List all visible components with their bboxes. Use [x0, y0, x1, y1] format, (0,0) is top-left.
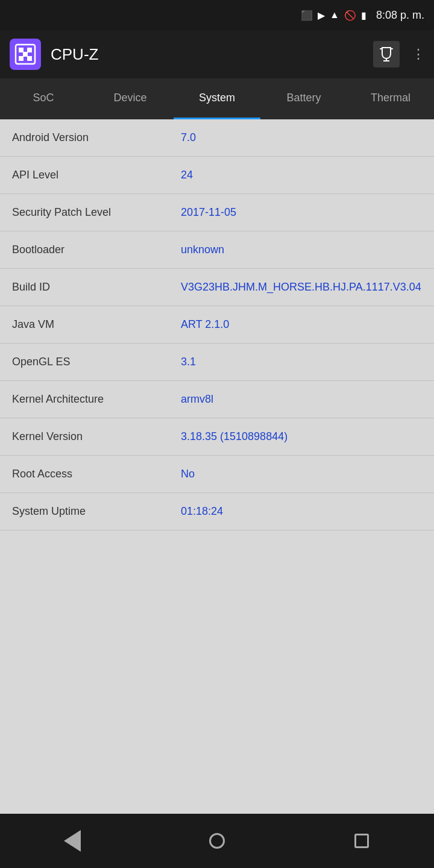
info-label: API Level — [12, 169, 181, 181]
trophy-button[interactable] — [373, 41, 400, 68]
app-logo — [10, 39, 41, 70]
info-label: OpenGL ES — [12, 356, 181, 368]
home-icon — [209, 833, 225, 849]
tab-thermal[interactable]: Thermal — [347, 78, 434, 119]
table-row: Android Version7.0 — [0, 119, 434, 157]
gallery-icon: ⬛ — [301, 10, 313, 21]
more-options-button[interactable]: ⋮ — [412, 46, 424, 62]
app-bar: CPU-Z ⋮ — [0, 30, 434, 78]
table-row: API Level24 — [0, 157, 434, 194]
tab-system[interactable]: System — [174, 78, 260, 119]
table-row: Root AccessNo — [0, 456, 434, 493]
table-row: Bootloaderunknown — [0, 231, 434, 269]
info-label: Android Version — [12, 131, 181, 144]
app-title: CPU-Z — [51, 45, 373, 64]
table-row: OpenGL ES3.1 — [0, 344, 434, 381]
info-label: Kernel Architecture — [12, 393, 181, 406]
back-icon — [64, 830, 81, 852]
info-label: Kernel Version — [12, 430, 181, 443]
info-label: Build ID — [12, 281, 181, 294]
table-row: System Uptime01:18:24 — [0, 493, 434, 530]
info-label: Root Access — [12, 468, 181, 480]
tab-device[interactable]: Device — [87, 78, 174, 119]
back-button[interactable] — [54, 823, 90, 859]
recents-button[interactable] — [344, 823, 380, 859]
battery-icon: ▮ — [361, 10, 366, 21]
info-value: 01:18:24 — [181, 505, 422, 518]
recents-icon — [354, 834, 369, 848]
bottom-nav — [0, 814, 434, 868]
info-value: 3.18.35 (1510898844) — [181, 430, 422, 443]
svg-rect-3 — [19, 56, 24, 61]
info-label: Bootloader — [12, 244, 181, 256]
info-value: unknown — [181, 244, 422, 256]
table-row: Security Patch Level2017-11-05 — [0, 194, 434, 231]
info-value: 3.1 — [181, 356, 422, 368]
info-value: armv8l — [181, 393, 422, 406]
table-row: Java VMART 2.1.0 — [0, 306, 434, 344]
status-time: 8:08 p. m. — [376, 9, 424, 22]
app-bar-actions: ⋮ — [373, 41, 424, 68]
info-value: 7.0 — [181, 131, 422, 144]
table-row: Kernel Version3.18.35 (1510898844) — [0, 418, 434, 456]
svg-rect-5 — [23, 52, 28, 57]
no-sim-icon: 🚫 — [344, 10, 356, 21]
info-value: No — [181, 468, 422, 480]
info-value: 24 — [181, 169, 422, 181]
status-bar: ⬛ ▶ ▲ 🚫 ▮ 8:08 p. m. — [0, 0, 434, 30]
wifi-icon: ▲ — [330, 10, 339, 20]
svg-rect-1 — [19, 48, 24, 52]
info-label: Java VM — [12, 318, 181, 331]
content-area: Android Version7.0API Level24Security Pa… — [0, 119, 434, 814]
info-value: 2017-11-05 — [181, 206, 422, 219]
info-value: V3G23HB.JHM.M_HORSE.HB.HJ.PA.1117.V3.04 — [181, 281, 422, 294]
tab-soc[interactable]: SoC — [0, 78, 87, 119]
status-icons: ⬛ ▶ ▲ 🚫 ▮ 8:08 p. m. — [301, 9, 424, 22]
table-row: Build IDV3G23HB.JHM.M_HORSE.HB.HJ.PA.111… — [0, 269, 434, 306]
tab-bar: SoC Device System Battery Thermal — [0, 78, 434, 119]
info-value: ART 2.1.0 — [181, 318, 422, 331]
info-label: Security Patch Level — [12, 206, 181, 219]
play-icon: ▶ — [318, 10, 325, 21]
info-label: System Uptime — [12, 505, 181, 518]
svg-rect-2 — [27, 48, 32, 52]
home-button[interactable] — [199, 823, 235, 859]
tab-battery[interactable]: Battery — [260, 78, 347, 119]
svg-rect-4 — [27, 56, 32, 61]
table-row: Kernel Architecturearmv8l — [0, 381, 434, 418]
